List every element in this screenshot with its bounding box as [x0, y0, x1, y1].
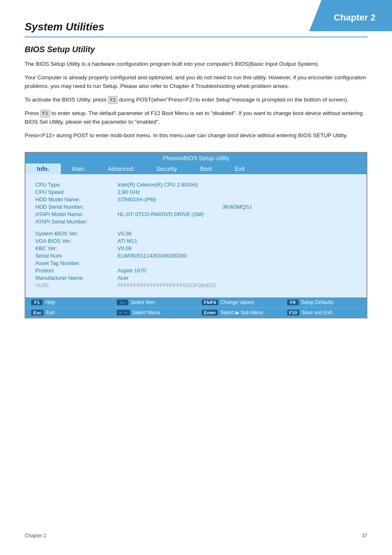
fkey-f5f6: F5/F6: [202, 299, 218, 305]
bios-label-hdd-model: HDD Model Name:: [35, 196, 118, 203]
paragraph-3: To activate the BIOS Utility, press F2 d…: [25, 96, 367, 104]
bios-value-manufacturer: Acer: [118, 275, 357, 281]
bios-label-product: Product: [35, 267, 118, 274]
footer-help-label: Help: [45, 299, 55, 305]
bios-value-vga-bios: ATI M11: [118, 238, 357, 244]
footer-select-menu-label: Select Menu: [133, 310, 160, 315]
menu-item-main[interactable]: Main: [61, 164, 96, 174]
footer-select-menu: ←→ Select Menu: [111, 309, 196, 316]
subsection-title: BIOS Setup Utility: [25, 45, 367, 54]
footer-exit-label: Exit: [46, 310, 54, 315]
fkey-esc: Esc: [31, 310, 44, 315]
footer-save-exit-label: Save and Exit: [302, 310, 332, 315]
title-divider: [25, 37, 367, 37]
bios-value-cpu-speed: 2.80 GHz: [118, 189, 357, 195]
menu-item-boot[interactable]: Boot: [189, 164, 224, 174]
bios-title-bar: PhoenixBIOS Setup Utility: [25, 153, 367, 164]
paragraph-5: Press<F12> during POST to enter multi-bo…: [25, 131, 367, 140]
footer-enter: Enter Select ▶ Sub-Menu: [196, 309, 281, 316]
bios-value-atapi-model: HL-DT-STCD-RW/DVD DRIVE-(SM): [118, 211, 357, 217]
bios-value-uuid: FFFFFFFFFFFFFFFFFFFF0023F080E52: [118, 282, 357, 288]
bios-label-hdd-serial: HDD Serial Number:: [35, 204, 118, 210]
footer-setup-defaults-label: Setup Defaults: [301, 299, 334, 305]
bios-label-sys-bios: System BIOS Ver:: [35, 230, 118, 237]
bios-label-cpu-type: CPU Type:: [35, 182, 118, 188]
footer-f9: F9 Setup Defaults: [281, 299, 367, 306]
bios-footer: F1 Help ↑↓ Select Item F5/F6 Change Valu…: [25, 297, 367, 318]
bios-value-product: Aspire 1670: [118, 267, 357, 274]
bios-value-cpu-type: Intel(R) Celeron(R) CPU 2.80GHz: [118, 182, 357, 188]
bios-label-atapi-model: ATAPI Model Name:: [35, 211, 118, 217]
footer-change-values-label: Change Values: [221, 299, 254, 305]
fkey-arrows-ud: ↑↓: [117, 299, 128, 305]
footer-f5f6: F5/F6 Change Values: [196, 299, 281, 306]
bios-value-kbc-ver: V0.08: [118, 245, 357, 251]
paragraph-2: Your Computer is already properly config…: [25, 74, 367, 91]
menu-item-security[interactable]: Security: [145, 164, 189, 174]
fkey-f10: F10: [287, 310, 300, 315]
page-footer: Chapter 2 37: [25, 533, 367, 539]
bios-value-serial-num: ELW050011143010003ED00: [118, 253, 357, 259]
footer-select-item-label: Select Item: [131, 299, 155, 305]
footer-select-item: ↑↓ Select Item: [111, 299, 196, 306]
bios-label-vga-bios: VGA BIOS Ver:: [35, 238, 118, 244]
bios-label-cpu-speed: CPU Speed: [35, 189, 118, 195]
menu-item-info[interactable]: Info.: [25, 164, 61, 174]
bios-ui-box: PhoenixBIOS Setup Utility Info. Main Adv…: [25, 152, 367, 318]
bios-value-asset-tag: [118, 260, 357, 266]
bios-label-serial-num: Serial Num: [35, 253, 118, 259]
bios-label-asset-tag: Asset Tag Number:: [35, 260, 118, 266]
bios-value-sys-bios: V0.08: [118, 230, 357, 237]
f2-key-icon: F2: [108, 96, 118, 104]
bios-menu-bar: Info. Main Advanced Security Boot Exit: [25, 164, 367, 174]
footer-chapter-label: Chapter 2: [25, 533, 46, 539]
fkey-enter: Enter: [202, 310, 218, 315]
bios-body: CPU Type: Intel(R) Celeron(R) CPU 2.80GH…: [25, 174, 367, 297]
footer-esc: Esc Exit: [25, 309, 111, 316]
footer-select-submenu-label: Select ▶ Sub-Menu: [220, 310, 263, 315]
f2-key-icon-2: F2: [40, 110, 50, 117]
chapter-badge: Chapter 2: [309, 0, 392, 31]
bios-value-atapi-serial: [118, 219, 357, 225]
footer-f10: F10 Save and Exit: [281, 309, 367, 316]
footer-f1: F1 Help: [25, 299, 111, 306]
fkey-f1: F1: [31, 299, 43, 305]
bios-label-atapi-serial: ATAPI Serial Mumber:: [35, 219, 118, 225]
paragraph-1: The BIOS Setup Utility is a hardware con…: [25, 60, 367, 69]
fkey-arrows-lr: ←→: [117, 310, 130, 315]
bios-value-hdd-serial: 3KW3MQSJ: [118, 204, 357, 210]
bios-value-hdd-model: ST94019A-(PM): [118, 196, 357, 203]
menu-item-advanced[interactable]: Advanced: [96, 164, 145, 174]
bios-label-kbc-ver: KBC Ver:: [35, 245, 118, 251]
bios-label-uuid: UUID:: [35, 282, 118, 288]
menu-item-exit[interactable]: Exit: [224, 164, 256, 174]
footer-page-number: 37: [362, 533, 367, 539]
bios-info-grid: CPU Type: Intel(R) Celeron(R) CPU 2.80GH…: [35, 182, 357, 288]
bios-label-manufacturer: Manufacturer Name:: [35, 275, 118, 281]
fkey-f9: F9: [287, 299, 299, 305]
paragraph-4: Press F2 to enter setup. The default par…: [25, 109, 367, 127]
